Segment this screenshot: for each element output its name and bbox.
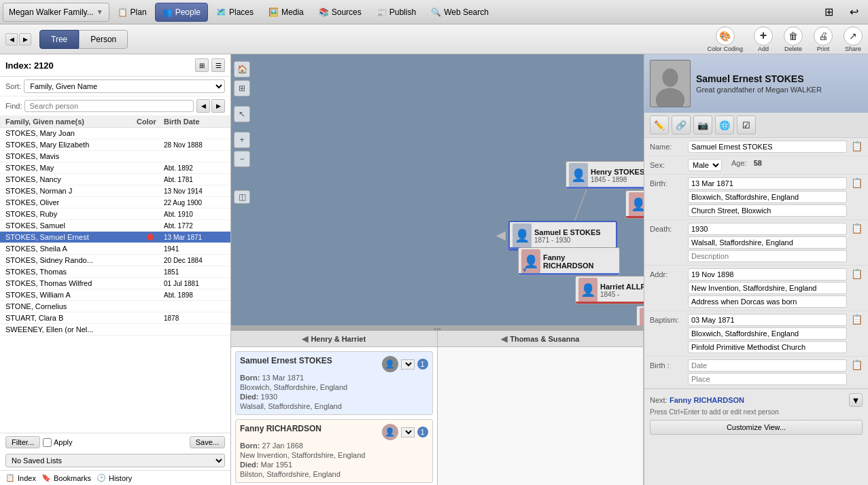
menu-publish[interactable]: 📰 Publish [370,3,423,22]
baptism-place2-input[interactable] [688,341,847,353]
menu-plan[interactable]: 📋 Plan [111,3,154,22]
nav-bookmarks[interactable]: 🔖 Bookmarks [41,473,91,482]
birth2-place-input[interactable] [688,373,847,385]
sex-select[interactable]: Male [688,159,722,171]
right-person-name: Samuel Ernest STOKES [696,73,822,84]
list-item-selected[interactable]: STOKES, Samuel Ernest 13 Mar 1871 [0,232,230,243]
tool-color-coding[interactable]: 🎨 Color Coding [707,26,743,52]
baptism-place1-input[interactable] [688,327,847,340]
birth-place2-input[interactable] [688,204,847,217]
death-copy-btn[interactable]: 📋 [851,223,863,234]
list-item[interactable]: STOKES, William AAbt. 1898 [0,289,230,301]
death-desc-input[interactable] [688,250,847,262]
tool-delete[interactable]: 🗑 Delete [784,26,803,52]
birth2-date-input[interactable] [688,359,847,372]
menu-people[interactable]: 👥 People [155,3,208,22]
menu-media[interactable]: 🖼️ Media [262,3,311,22]
tool-share[interactable]: ↗ Share [844,26,863,52]
death-place-input[interactable] [688,236,847,249]
tree-nav-zoomout[interactable]: − [234,151,250,167]
next-name[interactable]: Fanny RICHARDSON [670,396,744,404]
toolbar-fwd-btn[interactable]: ▶ [19,33,31,46]
birth-place1-input[interactable] [688,191,847,203]
tree-node-henry1845[interactable]: 👤 Henry STOKES 1845 - 1898 [566,161,644,190]
list-item[interactable]: STOKES, Norman J13 Nov 1914 [0,185,230,197]
toolbar-back-btn[interactable]: ◀ [5,33,18,46]
tree-nav-fit[interactable]: ⊞ [234,80,250,96]
tree-nav-zoomin[interactable]: + [234,132,250,148]
list-item[interactable]: STOKES, NancyAbt. 1781 [0,174,230,185]
list-item[interactable]: STOKES, Thomas1851 [0,266,230,278]
death-date-input[interactable] [688,223,847,235]
tree-nav-home[interactable]: 🏠 [234,61,250,77]
search-input[interactable] [24,100,194,112]
tool-print[interactable]: 🖨 Print [814,26,833,52]
menu-websearch[interactable]: 🔍 Web Search [424,3,496,22]
find-next-btn[interactable]: ▶ [211,99,225,113]
fanny-expand-icon[interactable]: ▼ [521,266,528,274]
list-item[interactable]: STOKES, Sidney Rando...20 Dec 1884 [0,255,230,266]
list-item[interactable]: SWEENEY, Ellen (or Nel... [0,324,230,336]
node-name-fanny: Fanny RICHARDSON [543,253,617,270]
find-prev-btn[interactable]: ◀ [196,99,210,113]
list-item[interactable]: STOKES, Thomas Wilfred01 Jul 1881 [0,278,230,289]
baptism-copy-btn[interactable]: 📋 [851,314,863,325]
right-tool-edit[interactable]: ✏️ [650,115,669,134]
person-menu-samuel[interactable]: ▼ [401,359,415,370]
list-item[interactable]: STOKES, Mary Joan [0,128,230,139]
tree-node-elizabeth[interactable]: 👤 Elizabeth ROSS 1816 - 1879 [625,190,644,219]
app-menu[interactable]: Megan Walker Family... ▼ [3,3,109,22]
right-tool-tasks[interactable]: ☑ [737,115,756,134]
list-item[interactable]: STOKES, RubyAbt. 1910 [0,209,230,220]
filter-button[interactable]: Filter... [5,436,40,448]
tree-node-harriet[interactable]: 👤 Harriet ALLPORT 1845 - [575,276,644,304]
birth-date-input[interactable] [688,177,847,190]
list-item[interactable]: STUART, Clara B1878 [0,312,230,324]
save-button[interactable]: Save... [190,436,225,448]
menu-sources[interactable]: 📚 Sources [312,3,368,22]
list-item[interactable]: STOKES, Sheila A1941 [0,243,230,255]
birth2-copy-btn[interactable]: 📋 [851,359,863,370]
saved-lists-select[interactable]: No Saved Lists [5,454,225,467]
index-icon2[interactable]: ☰ [211,58,225,72]
name-input[interactable] [688,141,847,153]
tab-person[interactable]: Person [79,30,128,49]
tree-node-fanny[interactable]: 👤 Fanny RICHARDSON ▼ [518,247,620,276]
tree-nav-select[interactable]: ↖ [234,106,250,122]
person-menu-fanny[interactable]: ▼ [401,427,415,437]
tab-tree[interactable]: Tree [39,30,79,49]
addr-place2-input[interactable] [688,295,847,308]
baptism-date-input[interactable] [688,314,847,326]
list-item[interactable]: STOKES, Mary Elizabeth28 Nov 1888 [0,139,230,151]
right-tool-globe[interactable]: 🌐 [715,115,734,134]
tree-nav-zoom2[interactable]: ◫ [234,190,250,204]
addr-date-input[interactable] [688,268,847,281]
tree-node-samuel-e[interactable]: 👤 Samuel E STOKES 1871 - 1930 [508,221,617,251]
right-tool-link[interactable]: 🔗 [672,115,691,134]
menu-grid-icon[interactable]: ⊞ [818,3,840,22]
index-icon1[interactable]: ⊞ [195,58,209,72]
tree-arrow-left-samuel[interactable]: ◀ [496,228,506,242]
name-copy-btn[interactable]: 📋 [851,141,863,151]
menu-places[interactable]: 🗺️ Places [209,3,260,22]
person-died-place-samuel: Walsall, Staffordshire, England [240,402,428,410]
birth-copy-btn[interactable]: 📋 [851,177,863,188]
list-item[interactable]: STOKES, Mavis [0,151,230,162]
list-item[interactable]: STOKES, SamuelAbt. 1772 [0,220,230,232]
nav-history[interactable]: 🕒 History [97,473,132,482]
tree-node-ann-fletcher[interactable]: 👤 Ann FLETCHER 1826 - 1892 [636,306,644,325]
apply-checkbox[interactable] [43,438,52,447]
tool-add[interactable]: + Add [754,26,773,52]
right-tool-media[interactable]: 📷 [693,115,712,134]
nav-index[interactable]: 📋 Index [5,473,36,482]
toolbar: ◀ ▶ Tree Person 🎨 Color Coding + Add 🗑 D… [0,24,868,54]
list-item[interactable]: STOKES, MayAbt. 1892 [0,162,230,174]
next-expand-btn[interactable]: ▼ [849,393,863,407]
menu-back-icon[interactable]: ↩ [843,3,865,22]
addr-copy-btn[interactable]: 📋 [851,268,863,279]
customize-view-btn[interactable]: Customize View... [650,420,863,435]
sort-select[interactable]: Family, Given Name [24,79,225,93]
addr-place1-input[interactable] [688,282,847,294]
list-item[interactable]: STOKES, Oliver22 Aug 1900 [0,197,230,209]
list-item[interactable]: STONE, Cornelius [0,301,230,312]
